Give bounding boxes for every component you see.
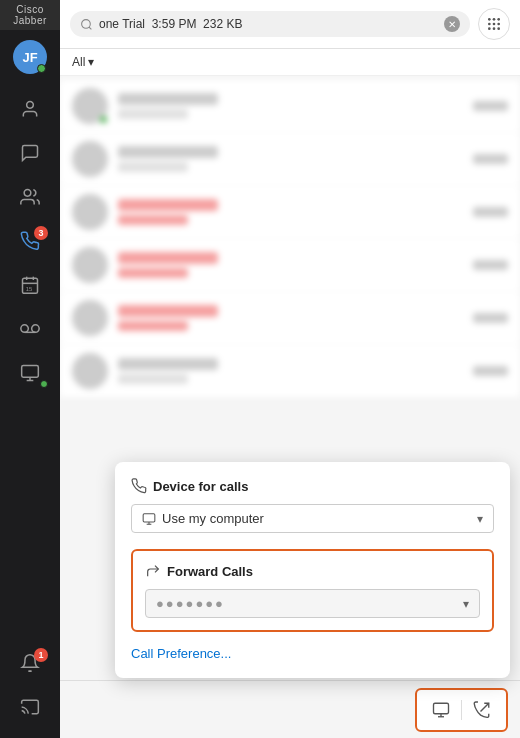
grid-icon — [486, 16, 502, 32]
sidebar-item-voicemail[interactable] — [8, 310, 52, 348]
notifications-badge: 1 — [34, 648, 48, 662]
svg-point-16 — [488, 18, 491, 21]
cast-icon — [20, 697, 40, 717]
svg-text:15: 15 — [26, 286, 32, 292]
svg-rect-25 — [143, 513, 155, 521]
svg-point-8 — [32, 325, 39, 333]
app-container: Cisco Jabber JF — [0, 0, 520, 738]
sidebar: Cisco Jabber JF — [0, 0, 60, 738]
popup-panel: Device for calls Use my computer ▾ — [115, 462, 510, 678]
list-item[interactable] — [60, 186, 520, 238]
avatar-container[interactable]: JF — [13, 40, 47, 74]
list-item[interactable] — [60, 239, 520, 291]
forward-phone-button[interactable] — [468, 696, 496, 724]
screens-icon — [20, 363, 40, 383]
sidebar-item-messages[interactable] — [8, 134, 52, 172]
list-item[interactable] — [60, 80, 520, 132]
sidebar-nav: 3 15 — [0, 90, 60, 644]
svg-point-24 — [497, 27, 500, 30]
sidebar-item-groups[interactable] — [8, 178, 52, 216]
main-content: ✕ All ▾ — [60, 0, 520, 738]
forward-section-header: Forward Calls — [145, 563, 480, 579]
search-bar[interactable]: ✕ — [70, 11, 470, 37]
svg-point-1 — [24, 190, 31, 197]
avatar — [72, 300, 108, 336]
svg-line-31 — [481, 703, 489, 711]
sidebar-item-calls[interactable]: 3 — [8, 222, 52, 260]
filter-row: All ▾ — [60, 49, 520, 76]
contacts-icon — [20, 99, 40, 119]
calendar-icon: 15 — [20, 275, 40, 295]
svg-point-17 — [493, 18, 496, 21]
voicemail-icon — [20, 319, 40, 339]
svg-rect-28 — [434, 703, 449, 714]
top-bar: ✕ — [60, 0, 520, 49]
search-input[interactable] — [99, 17, 438, 31]
forward-dropdown-arrow: ▾ — [463, 597, 469, 611]
filter-all-button[interactable]: All ▾ — [72, 55, 94, 69]
svg-point-18 — [497, 18, 500, 21]
forward-calls-section: Forward Calls ●●●●●●● ▾ — [131, 549, 494, 632]
svg-point-23 — [493, 27, 496, 30]
bottom-bar — [60, 680, 520, 738]
svg-point-19 — [488, 23, 491, 26]
sidebar-item-contacts[interactable] — [8, 90, 52, 128]
grid-menu-button[interactable] — [478, 8, 510, 40]
bottom-icons-group — [415, 688, 508, 732]
divider — [461, 700, 462, 720]
list-item[interactable] — [60, 345, 520, 397]
svg-line-15 — [89, 27, 91, 29]
svg-rect-10 — [22, 366, 39, 378]
svg-point-22 — [488, 27, 491, 30]
list-item[interactable] — [60, 133, 520, 185]
device-section: Device for calls Use my computer ▾ — [131, 478, 494, 533]
screens-status-dot — [40, 380, 48, 388]
monitor-icon — [142, 512, 156, 526]
monitor-bottom-icon — [432, 701, 450, 719]
groups-icon — [20, 187, 40, 207]
svg-point-14 — [82, 19, 91, 28]
forward-calls-icon — [145, 563, 161, 579]
svg-point-7 — [21, 325, 28, 333]
avatar — [72, 353, 108, 389]
call-preference-link[interactable]: Call Preference... — [131, 646, 231, 661]
phone-forward-bottom-icon — [473, 701, 491, 719]
calls-badge: 3 — [34, 226, 48, 240]
avatar — [72, 247, 108, 283]
avatar — [72, 88, 108, 124]
sidebar-item-screens[interactable] — [8, 354, 52, 392]
app-title: Cisco Jabber — [0, 0, 60, 30]
device-dropdown[interactable]: Use my computer ▾ — [131, 504, 494, 533]
svg-point-0 — [27, 102, 34, 109]
list-item[interactable] — [60, 292, 520, 344]
avatar — [72, 141, 108, 177]
sidebar-item-calendar[interactable]: 15 — [8, 266, 52, 304]
svg-point-20 — [493, 23, 496, 26]
sidebar-bottom: 1 — [8, 644, 52, 738]
sidebar-item-cast[interactable] — [8, 688, 52, 726]
avatar-status-dot — [37, 64, 46, 73]
sidebar-item-notifications[interactable]: 1 — [8, 644, 52, 682]
avatar — [72, 194, 108, 230]
search-icon — [80, 18, 93, 31]
svg-point-21 — [497, 23, 500, 26]
search-close-button[interactable]: ✕ — [444, 16, 460, 32]
device-dropdown-arrow: ▾ — [477, 512, 483, 526]
phone-device-icon — [131, 478, 147, 494]
messages-icon — [20, 143, 40, 163]
forward-calls-dropdown[interactable]: ●●●●●●● ▾ — [145, 589, 480, 618]
device-section-header: Device for calls — [131, 478, 494, 494]
monitor-button[interactable] — [427, 696, 455, 724]
